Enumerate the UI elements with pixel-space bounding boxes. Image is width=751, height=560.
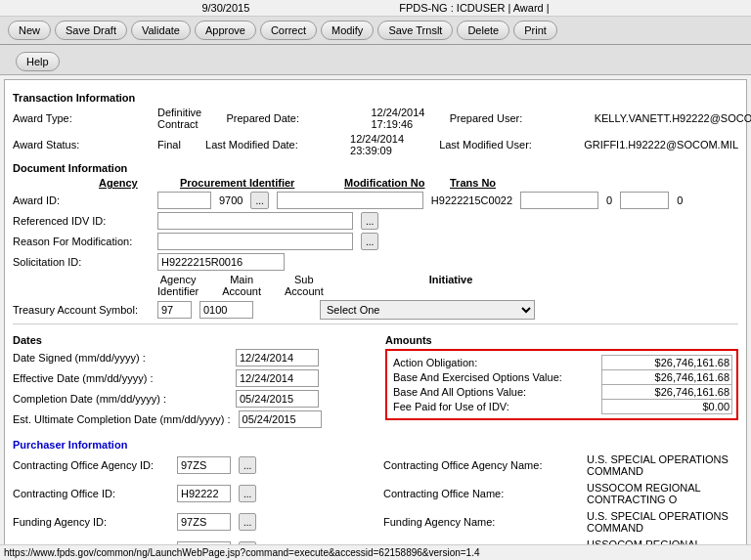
save-trnslt-button[interactable]: Save Trnslt xyxy=(377,21,453,40)
ultimate-date-label: Est. Ultimate Completion Date (mm/dd/yyy… xyxy=(13,413,231,425)
new-button[interactable]: New xyxy=(8,21,51,40)
completion-date-input[interactable] xyxy=(236,390,319,408)
action-obligation-label: Action Obligation: xyxy=(391,356,601,370)
contracting-agency-id-label: Contracting Office Agency ID: xyxy=(13,459,169,471)
initiative-select[interactable]: Select One xyxy=(320,300,535,320)
ultimate-date-input[interactable] xyxy=(239,410,322,428)
initiative-label: Initiative xyxy=(429,274,473,285)
help-button[interactable]: Help xyxy=(16,52,60,71)
prepared-date-value: 12/24/2014 17:19:46 xyxy=(371,107,424,130)
award-id-agency[interactable] xyxy=(157,192,211,209)
fee-paid-row: Fee Paid for Use of IDV: $0.00 xyxy=(391,400,732,414)
contracting-agency-name-label: Contracting Office Agency Name: xyxy=(383,459,579,471)
last-modified-date-value: 12/24/2014 23:39:09 xyxy=(350,133,415,156)
reason-mod-label: Reason For Modification: xyxy=(13,236,150,247)
mod-col-header: Modification No xyxy=(344,177,442,189)
treasury-agency-input[interactable] xyxy=(157,301,192,319)
contracting-office-id-row: Contracting Office ID: ... xyxy=(13,482,368,505)
last-modified-user-label: Last Modified User: xyxy=(439,139,576,151)
funding-agency-id-label: Funding Agency ID: xyxy=(13,516,169,528)
treasury-row: Treasury Account Symbol: Select One xyxy=(13,300,738,320)
amounts-title: Amounts xyxy=(385,334,738,346)
last-modified-date-label: Last Modified Date: xyxy=(205,139,342,151)
title-bar: 9/30/2015 FPDS-NG : ICDUSER | Award | xyxy=(0,0,751,17)
purchaser-info-title: Purchaser Information xyxy=(13,439,738,451)
last-modified-user-value: GRIFFI1.H92222@SOCOM.MIL xyxy=(584,139,738,151)
prepared-user-label: Prepared User: xyxy=(450,112,587,124)
print-button[interactable]: Print xyxy=(513,21,557,40)
save-draft-button[interactable]: Save Draft xyxy=(55,21,127,40)
delete-button[interactable]: Delete xyxy=(457,21,509,40)
trans-col-header: Trans No xyxy=(450,177,508,189)
base-all-label: Base And All Options Value: xyxy=(391,385,601,400)
award-id-procurement[interactable] xyxy=(277,192,423,209)
reason-mod-input[interactable] xyxy=(157,233,353,250)
dates-amounts-section: Dates Date Signed (mm/dd/yyyy) : Effecti… xyxy=(13,328,738,431)
contracting-office-name-label: Contracting Office Name: xyxy=(383,488,579,499)
fee-paid-label: Fee Paid for Use of IDV: xyxy=(391,400,601,414)
sub-subheader: Sub xyxy=(285,274,324,285)
contracting-office-id-label: Contracting Office ID: xyxy=(13,488,169,499)
treasury-account-input[interactable] xyxy=(199,301,253,319)
main-content: Transaction Information Award Type: Defi… xyxy=(4,79,747,560)
solicitation-id-label: Solicitation ID: xyxy=(13,256,150,268)
correct-button[interactable]: Correct xyxy=(260,21,317,40)
base-exercised-label: Base And Exercised Options Value: xyxy=(391,370,601,385)
approve-button[interactable]: Approve xyxy=(195,21,256,40)
base-exercised-row: Base And Exercised Options Value: $26,74… xyxy=(391,370,732,385)
award-id-row: Award ID: 9700 ... H9222215C0022 0 0 xyxy=(13,192,738,209)
title-text: FPDS-NG : ICDUSER | Award | xyxy=(399,2,549,14)
referenced-idv-browse[interactable]: ... xyxy=(361,212,378,230)
date-label: 9/30/2015 xyxy=(201,2,249,14)
solicitation-id-input[interactable] xyxy=(157,253,285,271)
contracting-agency-name-row: Contracting Office Agency Name: U.S. SPE… xyxy=(383,453,738,477)
contracting-agency-name-value: U.S. SPECIAL OPERATIONS COMMAND xyxy=(587,453,738,477)
agency-subheader: Agency xyxy=(157,274,199,285)
contracting-office-id-browse[interactable]: ... xyxy=(239,485,256,502)
validate-button[interactable]: Validate xyxy=(131,21,191,40)
prepared-user-value: KELLY.VANETT.H92222@SOCOM.MIL xyxy=(595,112,751,124)
document-info-title: Document Information xyxy=(13,162,738,174)
treasury-label: Treasury Account Symbol: xyxy=(13,304,150,316)
award-id-agency-browse[interactable]: ... xyxy=(250,192,268,209)
funding-agency-name-label: Funding Agency Name: xyxy=(383,516,579,528)
contracting-agency-id-browse[interactable]: ... xyxy=(239,456,256,474)
account2-subheader: Account xyxy=(285,285,324,297)
amounts-table: Action Obligation: $26,746,161.68 Base A… xyxy=(391,355,732,414)
transaction-info-title: Transaction Information xyxy=(13,92,738,104)
fee-paid-value: $0.00 xyxy=(601,400,731,414)
contracting-agency-id-row: Contracting Office Agency ID: ... xyxy=(13,453,368,477)
referenced-idv-row: Referenced IDV ID: ... xyxy=(13,212,738,230)
date-signed-input[interactable] xyxy=(236,349,319,366)
contracting-office-id-input[interactable] xyxy=(177,485,231,502)
toolbar: New Save Draft Validate Approve Correct … xyxy=(0,17,751,75)
reason-mod-browse[interactable]: ... xyxy=(361,233,378,250)
identifier-subheader: Identifier xyxy=(157,285,199,297)
contracting-office-name-row: Contracting Office Name: USSOCOM REGIONA… xyxy=(383,482,738,505)
award-id-mod[interactable] xyxy=(520,192,598,209)
status-bar: https://www.fpds.gov/common/ng/LaunchWeb… xyxy=(0,544,751,560)
amounts-section: Amounts Action Obligation: $26,746,161.6… xyxy=(385,328,738,431)
award-id-procurement-val: H9222215C0022 xyxy=(431,194,512,206)
contracting-agency-id-input[interactable] xyxy=(177,456,231,474)
completion-date-row: Completion Date (mm/dd/yyyy) : xyxy=(13,390,366,408)
funding-agency-id-browse[interactable]: ... xyxy=(239,513,256,531)
funding-agency-id-input[interactable] xyxy=(177,513,231,531)
base-all-value: $26,746,161.68 xyxy=(601,385,731,400)
action-obligation-row: Action Obligation: $26,746,161.68 xyxy=(391,356,732,370)
contracting-office-name-value: USSOCOM REGIONAL CONTRACTING O xyxy=(587,482,738,505)
status-bar-text: https://www.fpds.gov/common/ng/LaunchWeb… xyxy=(4,547,480,558)
award-id-trans[interactable] xyxy=(620,192,669,209)
award-status-row: Award Status: Final Last Modified Date: … xyxy=(13,133,738,156)
award-type-row: Award Type: Definitive Contract Prepared… xyxy=(13,107,738,130)
effective-date-label: Effective Date (mm/dd/yyyy) : xyxy=(13,372,228,384)
effective-date-input[interactable] xyxy=(236,369,319,387)
dates-section: Dates Date Signed (mm/dd/yyyy) : Effecti… xyxy=(13,328,366,431)
referenced-idv-input[interactable] xyxy=(157,212,353,230)
date-signed-row: Date Signed (mm/dd/yyyy) : xyxy=(13,349,366,366)
funding-agency-id-row: Funding Agency ID: ... xyxy=(13,510,368,534)
amounts-box: Action Obligation: $26,746,161.68 Base A… xyxy=(385,349,738,420)
funding-agency-name-row: Funding Agency Name: U.S. SPECIAL OPERAT… xyxy=(383,510,738,534)
award-status-label: Award Status: xyxy=(13,139,150,151)
modify-button[interactable]: Modify xyxy=(321,21,374,40)
